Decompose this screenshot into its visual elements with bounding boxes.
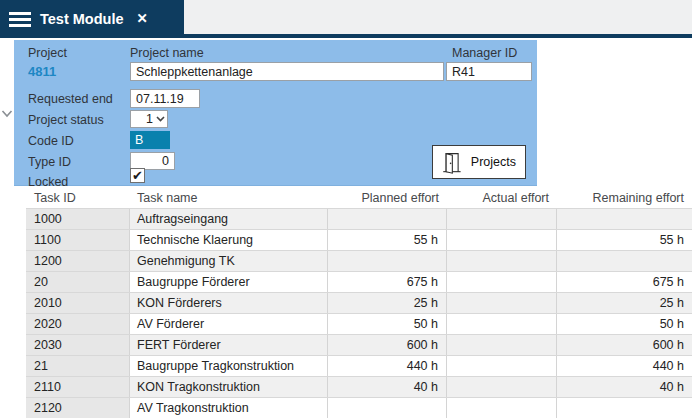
task-id-cell[interactable]: 1000: [26, 209, 130, 229]
task-id-cell[interactable]: 2020: [26, 314, 130, 334]
task-table-body: 1000Auftragseingang1100Technische Klaeru…: [26, 208, 692, 418]
hamburger-menu-icon[interactable]: [9, 12, 31, 27]
requested-end-label: Requested end: [28, 92, 113, 106]
task-id-cell[interactable]: 1200: [26, 251, 130, 271]
task-id-cell[interactable]: 20: [26, 272, 130, 292]
table-row[interactable]: 2030FERT Förderer600 h600 h: [26, 334, 692, 355]
manager-id-label: Manager ID: [452, 46, 517, 60]
planned-effort-cell[interactable]: 25 h: [328, 293, 447, 313]
close-icon[interactable]: ✕: [137, 12, 148, 26]
planned-effort-cell[interactable]: [328, 251, 447, 271]
task-id-cell[interactable]: 2120: [26, 398, 130, 418]
remaining-effort-cell[interactable]: 675 h: [557, 272, 692, 292]
remaining-effort-cell[interactable]: 600 h: [557, 335, 692, 355]
planned-effort-cell[interactable]: 50 h: [328, 314, 447, 334]
planned-effort-cell[interactable]: 675 h: [328, 272, 447, 292]
actual-effort-cell[interactable]: [447, 251, 557, 271]
project-name-label: Project name: [130, 46, 204, 60]
projects-button[interactable]: Projects: [432, 145, 526, 179]
requested-end-input[interactable]: [130, 89, 200, 108]
column-header-actual-effort[interactable]: Actual effort: [447, 188, 557, 208]
project-status-dropdown[interactable]: 1: [130, 110, 168, 128]
code-id-field[interactable]: B: [130, 131, 170, 149]
tab-bar: Test Module ✕: [0, 0, 692, 38]
planned-effort-cell[interactable]: 40 h: [328, 377, 447, 397]
project-form-panel: Project Project name Manager ID 4811 Req…: [14, 40, 537, 186]
actual-effort-cell[interactable]: [447, 356, 557, 376]
task-name-cell[interactable]: AV Tragkonstruktion: [130, 398, 328, 418]
planned-effort-cell[interactable]: 600 h: [328, 335, 447, 355]
table-row[interactable]: 21Baugruppe Tragkonstruktion440 h440 h: [26, 355, 692, 376]
column-header-remaining-effort[interactable]: Remaining effort: [557, 188, 692, 208]
task-id-cell[interactable]: 21: [26, 356, 130, 376]
app-window: Test Module ✕ Project Project name Manag…: [0, 0, 692, 418]
chevron-down-icon: [156, 116, 165, 122]
table-row[interactable]: 1100Technische Klaerung55 h55 h: [26, 229, 692, 250]
locked-label: Locked: [28, 175, 68, 189]
actual-effort-cell[interactable]: [447, 272, 557, 292]
projects-button-label: Projects: [471, 155, 516, 169]
column-header-planned-effort[interactable]: Planned effort: [328, 188, 447, 208]
project-name-input[interactable]: [130, 62, 444, 81]
actual-effort-cell[interactable]: [447, 377, 557, 397]
remaining-effort-cell[interactable]: [557, 251, 692, 271]
actual-effort-cell[interactable]: [447, 293, 557, 313]
task-table-header: Task ID Task name Planned effort Actual …: [26, 188, 692, 208]
planned-effort-cell[interactable]: 440 h: [328, 356, 447, 376]
task-name-cell[interactable]: AV Förderer: [130, 314, 328, 334]
table-row[interactable]: 20Baugruppe Förderer675 h675 h: [26, 271, 692, 292]
project-status-value: 1: [146, 112, 153, 126]
remaining-effort-cell[interactable]: [557, 398, 692, 418]
remaining-effort-cell[interactable]: 55 h: [557, 230, 692, 250]
planned-effort-cell[interactable]: [328, 209, 447, 229]
project-label: Project: [28, 46, 67, 60]
checkmark-icon: ✔: [132, 169, 143, 182]
planned-effort-cell[interactable]: 55 h: [328, 230, 447, 250]
type-id-label: Type ID: [28, 155, 71, 169]
actual-effort-cell[interactable]: [447, 335, 557, 355]
collapse-section-chevron-icon[interactable]: [1, 105, 13, 115]
project-status-label: Project status: [28, 113, 104, 127]
task-id-cell[interactable]: 1100: [26, 230, 130, 250]
table-row[interactable]: 2020AV Förderer50 h50 h: [26, 313, 692, 334]
project-id-link[interactable]: 4811: [28, 64, 56, 79]
actual-effort-cell[interactable]: [447, 314, 557, 334]
table-row[interactable]: 2110KON Tragkonstruktion40 h40 h: [26, 376, 692, 397]
task-name-cell[interactable]: Auftragseingang: [130, 209, 328, 229]
actual-effort-cell[interactable]: [447, 398, 557, 418]
tab-title: Test Module: [40, 11, 124, 27]
task-name-cell[interactable]: Baugruppe Tragkonstruktion: [130, 356, 328, 376]
task-table: Task ID Task name Planned effort Actual …: [26, 188, 692, 418]
locked-checkbox[interactable]: ✔: [130, 168, 145, 183]
task-id-cell[interactable]: 2010: [26, 293, 130, 313]
task-name-cell[interactable]: KON Förderers: [130, 293, 328, 313]
task-name-cell[interactable]: KON Tragkonstruktion: [130, 377, 328, 397]
actual-effort-cell[interactable]: [447, 209, 557, 229]
manager-id-input[interactable]: [446, 62, 532, 81]
remaining-effort-cell[interactable]: 50 h: [557, 314, 692, 334]
tab-test-module[interactable]: Test Module ✕: [0, 0, 184, 38]
code-id-label: Code ID: [28, 134, 74, 148]
task-id-cell[interactable]: 2030: [26, 335, 130, 355]
task-name-cell[interactable]: Baugruppe Förderer: [130, 272, 328, 292]
open-door-icon: [442, 149, 462, 176]
table-row[interactable]: 2010KON Förderers25 h25 h: [26, 292, 692, 313]
remaining-effort-cell[interactable]: 25 h: [557, 293, 692, 313]
table-row[interactable]: 2120AV Tragkonstruktion: [26, 397, 692, 418]
table-row[interactable]: 1000Auftragseingang: [26, 208, 692, 229]
actual-effort-cell[interactable]: [447, 230, 557, 250]
column-header-task-name[interactable]: Task name: [130, 188, 328, 208]
task-name-cell[interactable]: Technische Klaerung: [130, 230, 328, 250]
column-header-task-id[interactable]: Task ID: [26, 188, 130, 208]
task-name-cell[interactable]: Genehmigung TK: [130, 251, 328, 271]
remaining-effort-cell[interactable]: 40 h: [557, 377, 692, 397]
remaining-effort-cell[interactable]: [557, 209, 692, 229]
planned-effort-cell[interactable]: [328, 398, 447, 418]
remaining-effort-cell[interactable]: 440 h: [557, 356, 692, 376]
table-row[interactable]: 1200Genehmigung TK: [26, 250, 692, 271]
task-id-cell[interactable]: 2110: [26, 377, 130, 397]
task-name-cell[interactable]: FERT Förderer: [130, 335, 328, 355]
